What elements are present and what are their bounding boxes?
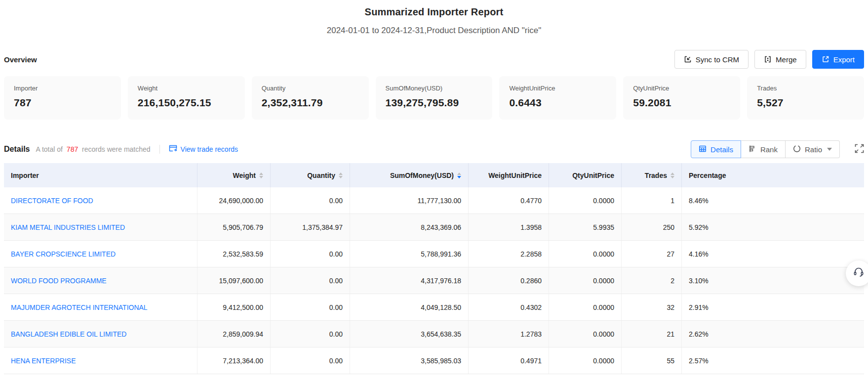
stat-value: 2,352,311.79	[262, 97, 359, 109]
cell-quantity: 0.00	[271, 294, 350, 320]
cell-sum_of_money_usd: 4,049,128.50	[350, 294, 469, 320]
column-header-quantity[interactable]: Quantity	[271, 163, 350, 187]
export-button[interactable]: Export	[812, 50, 864, 69]
match-prefix: A total of	[36, 145, 62, 153]
cell-quantity: 0.00	[271, 347, 350, 374]
fullscreen-icon[interactable]	[855, 144, 864, 155]
table-row: MAJUMDER AGROTECH INTERNATIONAL9,412,500…	[4, 294, 864, 321]
cell-weight_unit_price: 0.4302	[469, 294, 549, 320]
table-row: DIRECTORATE OF FOOD24,690,000.000.0011,7…	[4, 187, 864, 214]
match-count: 787	[65, 145, 80, 153]
cell-qty_unit_price: 0.0000	[549, 321, 622, 347]
importer-link[interactable]: MAJUMDER AGROTECH INTERNATIONAL	[11, 303, 148, 311]
cell-weight_unit_price: 2.2858	[469, 241, 549, 267]
report-subtitle: 2024-01-01 to 2024-12-31,Product Descrip…	[0, 26, 868, 36]
importer-link[interactable]: BANGLADESH EDIBLE OIL LIMITED	[11, 330, 126, 338]
overview-actions: Sync to CRM Merge Export	[674, 50, 864, 69]
column-label: QtyUnitPrice	[572, 172, 614, 179]
importer-link[interactable]: HENA ENTERPRISE	[11, 357, 76, 365]
cell-quantity: 0.00	[271, 241, 350, 267]
details-heading: Details	[4, 145, 30, 154]
headset-icon	[853, 266, 865, 280]
importer-link[interactable]: DIRECTORATE OF FOOD	[11, 197, 93, 205]
export-label: Export	[833, 55, 855, 64]
sync-to-crm-button[interactable]: Sync to CRM	[674, 50, 749, 69]
stat-value: 787	[14, 97, 111, 109]
stat-card-weight: Weight 216,150,275.15	[128, 76, 245, 120]
cell-weight: 2,859,009.94	[197, 321, 271, 347]
cell-percentage: 5.92%	[682, 214, 864, 240]
column-label: Percentage	[689, 172, 726, 179]
overview-stats-row: Importer 787 Weight 216,150,275.15 Quant…	[0, 76, 868, 120]
column-header-percentage: Percentage	[682, 163, 864, 187]
cell-quantity: 0.00	[271, 187, 350, 214]
cell-weight_unit_price: 1.2783	[469, 321, 549, 347]
cell-trades: 27	[622, 241, 682, 267]
importer-link[interactable]: WORLD FOOD PROGRAMME	[11, 277, 107, 285]
export-icon	[822, 55, 829, 63]
stat-value: 216,150,275.15	[138, 97, 235, 109]
cell-importer: MAJUMDER AGROTECH INTERNATIONAL	[4, 294, 197, 320]
column-header-weight[interactable]: Weight	[197, 163, 271, 187]
stat-card-trades: Trades 5,527	[747, 76, 864, 120]
merge-button[interactable]: Merge	[754, 50, 806, 69]
cell-importer: DIRECTORATE OF FOOD	[4, 187, 197, 214]
stat-card-importer: Importer 787	[4, 76, 121, 120]
sort-icon[interactable]	[339, 172, 343, 178]
table-icon	[699, 145, 707, 154]
stat-label: Weight	[138, 85, 235, 92]
sort-icon[interactable]	[671, 172, 674, 178]
tab-details-label: Details	[710, 145, 733, 154]
cell-importer: BANGLADESH EDIBLE OIL LIMITED	[4, 321, 197, 347]
column-header-weight_unit_price: WeightUnitPrice	[469, 163, 549, 187]
tab-rank[interactable]: Rank	[741, 140, 786, 158]
cell-sum_of_money_usd: 5,788,991.36	[350, 241, 469, 267]
sort-icon[interactable]	[457, 172, 461, 178]
column-label: Quantity	[307, 172, 335, 179]
overview-heading: Overview	[4, 55, 37, 64]
table-row: BAYER CROPSCIENCE LIMITED2,532,583.590.0…	[4, 241, 864, 267]
cell-percentage: 8.46%	[682, 187, 864, 214]
stat-card-weight-unit-price: WeightUnitPrice 0.6443	[499, 76, 616, 120]
cell-percentage: 4.16%	[682, 241, 864, 267]
cell-weight: 7,213,364.00	[197, 347, 271, 374]
customer-service-button[interactable]	[846, 260, 868, 286]
importer-link[interactable]: KIAM METAL INDUSTRIES LIMITED	[11, 223, 125, 231]
stat-card-qty-unit-price: QtyUnitPrice 59.2081	[623, 76, 740, 120]
cell-weight: 2,532,583.59	[197, 241, 271, 267]
cell-weight: 9,412,500.00	[197, 294, 271, 320]
tab-ratio[interactable]: Ratio	[786, 140, 840, 158]
stat-label: QtyUnitPrice	[633, 85, 730, 92]
stat-label: WeightUnitPrice	[509, 85, 606, 92]
details-bar: Details A total of 787 records were matc…	[0, 139, 868, 159]
cell-trades: 21	[622, 321, 682, 347]
column-label: Weight	[233, 172, 256, 179]
column-label: Trades	[645, 172, 667, 179]
trade-records-icon	[169, 145, 177, 154]
tab-details[interactable]: Details	[691, 140, 741, 158]
report-header: Summarized Importer Report 2024-01-01 to…	[0, 0, 868, 36]
cell-weight_unit_price: 0.4971	[469, 347, 549, 374]
cell-importer: KIAM METAL INDUSTRIES LIMITED	[4, 214, 197, 240]
column-header-sum_of_money_usd[interactable]: SumOfMoney(USD)	[350, 163, 469, 187]
view-mode-switcher: Details Rank Ratio	[691, 140, 840, 158]
sync-to-crm-label: Sync to CRM	[696, 55, 739, 64]
ratio-icon	[793, 145, 801, 154]
cell-quantity: 0.00	[271, 321, 350, 347]
cell-percentage: 2.57%	[682, 347, 864, 374]
sort-icon[interactable]	[259, 172, 263, 178]
cell-weight: 24,690,000.00	[197, 187, 271, 214]
cell-sum_of_money_usd: 3,585,985.03	[350, 347, 469, 374]
column-header-trades[interactable]: Trades	[622, 163, 682, 187]
cell-sum_of_money_usd: 8,243,369.06	[350, 214, 469, 240]
cell-importer: HENA ENTERPRISE	[4, 347, 197, 374]
details-right: Details Rank Ratio	[691, 140, 864, 158]
cell-quantity: 1,375,384.97	[271, 214, 350, 240]
tab-ratio-label: Ratio	[805, 145, 822, 154]
cell-qty_unit_price: 0.0000	[549, 187, 622, 214]
view-trade-records-link[interactable]: View trade records	[169, 145, 238, 154]
column-header-qty_unit_price: QtyUnitPrice	[549, 163, 622, 187]
stat-card-sum-of-money: SumOfMoney(USD) 139,275,795.89	[376, 76, 493, 120]
cell-percentage: 3.10%	[682, 267, 864, 294]
importer-link[interactable]: BAYER CROPSCIENCE LIMITED	[11, 250, 116, 258]
